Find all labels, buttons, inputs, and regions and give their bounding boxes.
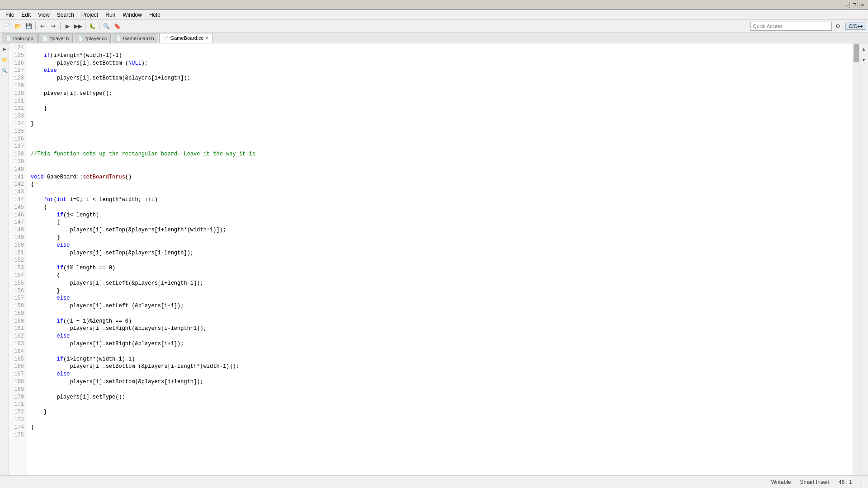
main-layout: ▶ 📁 🔍 124 125 126 127 128 129 130 131 13… (0, 43, 868, 475)
debug-button[interactable]: 🐛 (87, 21, 97, 31)
menu-search[interactable]: Search (53, 11, 78, 19)
minimize-button[interactable]: ─ (843, 2, 850, 8)
tab-gameboard-cc[interactable]: 📄 GameBoard.cc ✕ (159, 33, 213, 43)
status-bar: Writable Smart Insert 46 : 1 | (0, 475, 868, 488)
status-mode[interactable]: Writable (771, 479, 791, 485)
status-position: 46 : 1 (839, 479, 852, 485)
tab-player-cc[interactable]: 📄 *player.cc (74, 33, 111, 43)
tab-icon-gameboardh: 📄 (116, 36, 121, 41)
right-sidebar: ▲ ▼ (859, 43, 868, 475)
status-extra: | (861, 479, 863, 485)
sidebar-icon-3[interactable]: 🔍 (1, 67, 8, 74)
new-file-button[interactable]: 📄 (2, 21, 12, 31)
tab-label-playercc: *player.cc (85, 36, 107, 41)
menu-view[interactable]: View (34, 11, 53, 19)
close-button[interactable]: ✕ (859, 2, 866, 8)
toolbar-sep-4 (99, 22, 99, 30)
tab-gameboard-h[interactable]: 📄 GameBoard.h (112, 33, 158, 43)
tab-main-cpp[interactable]: 📄 main.cpp (2, 33, 38, 43)
open-button[interactable]: 📂 (13, 21, 23, 31)
menu-help[interactable]: Help (146, 11, 164, 19)
left-sidebar: ▶ 📁 🔍 (0, 43, 9, 475)
run-button[interactable]: ▶▶ (73, 21, 83, 31)
find-button[interactable]: 🔍 (101, 21, 111, 31)
menu-bar: File Edit View Search Project Run Window… (0, 10, 868, 20)
code-editor[interactable]: if(i>length*(width-1)-1) players[i].setB… (27, 43, 853, 475)
language-indicator[interactable]: C/C++ (845, 23, 866, 30)
tab-bar: 📄 main.cpp 📄 *player.h 📄 *player.cc 📄 Ga… (0, 33, 868, 43)
quick-access-input[interactable] (750, 22, 832, 31)
sidebar-icon-1[interactable]: ▶ (1, 45, 8, 52)
line-numbers: 124 125 126 127 128 129 130 131 132 133 … (9, 43, 27, 475)
sidebar-icon-2[interactable]: 📁 (1, 56, 8, 63)
right-icon-1[interactable]: ▲ (860, 45, 868, 52)
status-insert[interactable]: Smart Insert (800, 479, 829, 485)
tab-label-gameboardh: GameBoard.h (123, 36, 154, 41)
tab-icon-main: 📄 (6, 36, 11, 41)
right-icon-2[interactable]: ▼ (860, 56, 868, 63)
save-button[interactable]: 💾 (24, 21, 33, 31)
tab-icon-gameboardcc: 📄 (163, 36, 169, 41)
menu-file[interactable]: File (2, 11, 18, 19)
window-controls[interactable]: ─ ❐ ✕ (843, 2, 866, 8)
tab-label-main: main.cpp (13, 36, 33, 41)
tab-label-playerh: *player.h (50, 36, 69, 41)
menu-edit[interactable]: Edit (18, 11, 34, 19)
bookmark-button[interactable]: 🔖 (112, 21, 122, 31)
menu-window[interactable]: Window (119, 11, 146, 19)
restore-button[interactable]: ❐ (851, 2, 858, 8)
tab-icon-playercc: 📄 (78, 36, 83, 41)
settings-button[interactable]: ⚙ (833, 21, 843, 31)
toolbar: 📄 📂 💾 ↩ ↪ ▶ ▶▶ 🐛 🔍 🔖 ⚙ C/C++ (0, 20, 868, 33)
editor-container: 124 125 126 127 128 129 130 131 132 133 … (9, 43, 859, 475)
undo-button[interactable]: ↩ (38, 21, 47, 31)
redo-button[interactable]: ↪ (48, 21, 58, 31)
scroll-thumb[interactable] (854, 44, 859, 62)
toolbar-sep-1 (35, 22, 36, 30)
menu-run[interactable]: Run (102, 11, 119, 19)
toolbar-sep-3 (85, 22, 85, 30)
toolbar-sep-2 (60, 22, 61, 30)
menu-project[interactable]: Project (78, 11, 102, 19)
vertical-scrollbar[interactable] (853, 43, 859, 475)
title-bar: ─ ❐ ✕ (0, 0, 868, 10)
tab-label-gameboardcc: GameBoard.cc (170, 35, 203, 41)
build-button[interactable]: ▶ (62, 21, 72, 31)
tab-icon-playerh: 📄 (42, 36, 48, 41)
tab-player-h[interactable]: 📄 *player.h (38, 33, 73, 43)
tab-close-gameboard[interactable]: ✕ (205, 36, 209, 40)
editor-body: 124 125 126 127 128 129 130 131 132 133 … (9, 43, 859, 475)
